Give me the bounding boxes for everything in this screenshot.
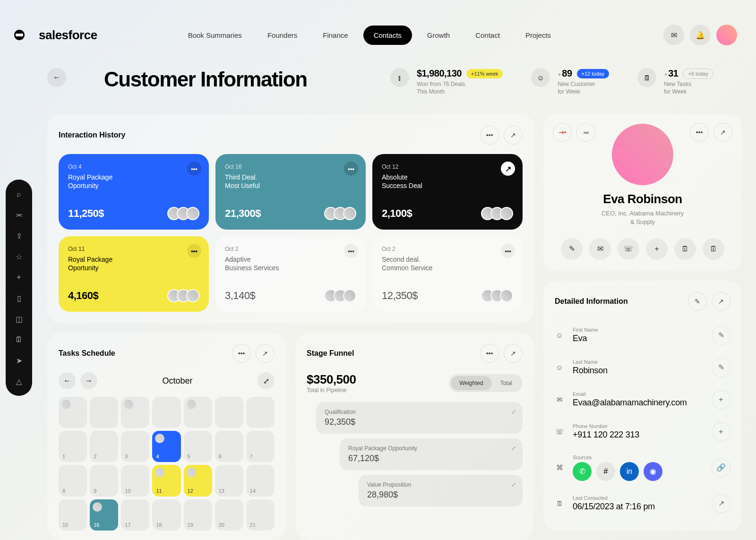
expand-icon[interactable]: ⤢ [511,409,516,415]
toggle-total[interactable]: Total [492,376,521,390]
deal-card[interactable]: ••• Oct 11 Royal PackageOportunity 4,160… [59,236,209,312]
calendar-cell[interactable]: 11 [152,465,180,496]
calendar-cell[interactable]: 21 [246,499,275,531]
nav-book-summaries[interactable]: Book Summaries [178,26,252,45]
linkedin-icon[interactable]: in [620,462,639,481]
panel-more-button[interactable]: ••• [232,344,251,363]
deal-card[interactable]: ••• Oct 2 Second deal.Common Service 12,… [372,236,523,312]
calendar-cell[interactable]: 5 [184,431,212,462]
star-icon[interactable]: ☆ [14,251,24,262]
funnel-item[interactable]: ⤢ Royal Package Opportunity 67,120$ [340,438,523,470]
call-button[interactable]: ☏ [618,238,639,260]
calendar-cell[interactable]: 7 [246,431,275,462]
calendar-cell[interactable]: 17 [121,499,149,531]
calendar-cell[interactable]: 18 [152,499,180,531]
calendar-cell[interactable] [215,397,243,428]
current-user-avatar[interactable] [716,25,737,45]
nav-finance[interactable]: Finance [312,26,358,45]
calendar-cell[interactable]: 1 [59,431,87,462]
calendar-cell[interactable]: 9 [90,465,118,496]
nav-projects[interactable]: Projects [515,26,561,45]
share-button[interactable]: ⫘ [576,123,595,142]
edit-details-button[interactable]: ✎ [688,292,707,311]
merge-button[interactable]: ⇥• [553,123,572,142]
funnel-toggle[interactable]: WeightedTotal [449,374,523,392]
discord-icon[interactable]: ◉ [644,462,662,481]
calendar-cell[interactable]: 4 [152,431,180,462]
calendar-cell[interactable] [152,397,180,428]
panel-expand-button[interactable]: ↗ [712,292,730,311]
calendar-cell[interactable] [121,397,149,428]
share-icon[interactable]: ⫘ [14,210,24,220]
db-icon[interactable]: ◫ [14,314,24,324]
whatsapp-icon[interactable]: ✆ [573,462,592,481]
panel-more-button[interactable]: ••• [480,126,499,145]
slack-icon[interactable]: # [596,462,615,481]
detail-value: Evaa@alabamamachinery.com [573,398,703,408]
calendar-cell[interactable] [184,397,212,428]
calendar-cell[interactable] [246,397,275,428]
next-month-button[interactable]: → [80,372,97,389]
add-button[interactable]: + [646,238,668,260]
calendar-cell[interactable]: 10 [121,465,149,496]
nav-founders[interactable]: Founders [257,26,308,45]
mail-icon[interactable]: ✉ [663,25,684,45]
expand-icon[interactable]: ⤢ [511,481,516,488]
detail-action-button[interactable]: + [712,390,730,409]
calendar-cell[interactable]: 12 [184,465,212,496]
deal-date: Oct 11 [68,246,199,252]
calendar-cell[interactable]: 14 [246,465,275,496]
deal-card[interactable]: ••• Oct 2 AdaptiveBusiness Services 3,14… [215,236,366,312]
calendar-cell[interactable]: 13 [215,465,243,496]
back-button[interactable]: ← [47,68,66,87]
panel-expand-button[interactable]: ↗ [504,126,523,145]
profile-panel: ⇥• ⫘ ••• ↗ Eva Robinson CEO, Inc. Alabam… [543,114,742,271]
panel-expand-button[interactable]: ↗ [504,344,523,363]
detail-action-button[interactable]: ✎ [712,358,730,377]
panel-expand-button[interactable]: ↗ [256,344,275,363]
upload-icon[interactable]: ⇪ [14,231,24,241]
nav-contacts[interactable]: Contacts [363,26,412,45]
detail-action-button[interactable]: ↗ [712,494,730,513]
email-button[interactable]: ✉ [589,238,611,260]
prev-month-button[interactable]: ← [59,372,76,389]
flask-icon[interactable]: △ [14,376,24,386]
calendar-cell[interactable]: 6 [215,431,243,462]
send-icon[interactable]: ➤ [14,355,24,366]
nav-contact[interactable]: Contact [465,26,510,45]
device-icon[interactable]: ▯ [14,293,24,303]
deal-card[interactable]: ••• Oct 4 Royal PackageOportunity 11,250… [59,154,209,230]
funnel-item[interactable]: ⤢ Qualification 92,350$ [316,402,523,434]
detail-label: Phone Number [573,423,703,429]
panel-expand-button[interactable]: ↗ [713,123,732,142]
bell-icon[interactable]: 🔔 [690,25,711,45]
deal-card[interactable]: ↗ Oct 12 AbsoluteSuccess Deal 2,100$ [372,154,523,230]
calendar-cell[interactable]: 16 [90,499,118,531]
detail-action-button[interactable]: 🔗 [712,458,730,477]
calendar-cell[interactable]: 19 [184,499,212,531]
plus-icon[interactable]: + [14,272,24,283]
stat-value: $1,980,130 [417,68,462,79]
schedule-button[interactable]: 🗓 [674,238,696,260]
toggle-weighted[interactable]: Weighted [451,376,491,390]
calendar-cell[interactable]: 2 [90,431,118,462]
detail-action-button[interactable]: ✎ [712,326,730,345]
calendar-cell[interactable] [90,397,118,428]
calendar-cell[interactable]: 3 [121,431,149,462]
search-icon[interactable]: ⌕ [14,189,24,199]
fullscreen-button[interactable]: ⤢ [258,372,275,389]
detail-action-button[interactable]: + [712,422,730,441]
calendar-icon[interactable]: 🗓 [14,334,24,345]
nav-growth[interactable]: Growth [417,26,460,45]
panel-more-button[interactable]: ••• [480,344,499,363]
panel-more-button[interactable]: ••• [690,123,709,142]
expand-icon[interactable]: ⤢ [511,445,516,452]
event-button[interactable]: 🗓 [703,238,724,260]
calendar-cell[interactable]: 15 [59,499,87,531]
calendar-cell[interactable]: 20 [215,499,243,531]
deal-card[interactable]: ••• Oct 16 Third Deal.Most Useful 21,300… [215,154,366,230]
funnel-item[interactable]: ⤢ Value Proposition 28,980$ [359,475,523,506]
edit-button[interactable]: ✎ [561,238,583,260]
calendar-cell[interactable] [59,397,87,428]
calendar-cell[interactable]: 8 [59,465,87,496]
